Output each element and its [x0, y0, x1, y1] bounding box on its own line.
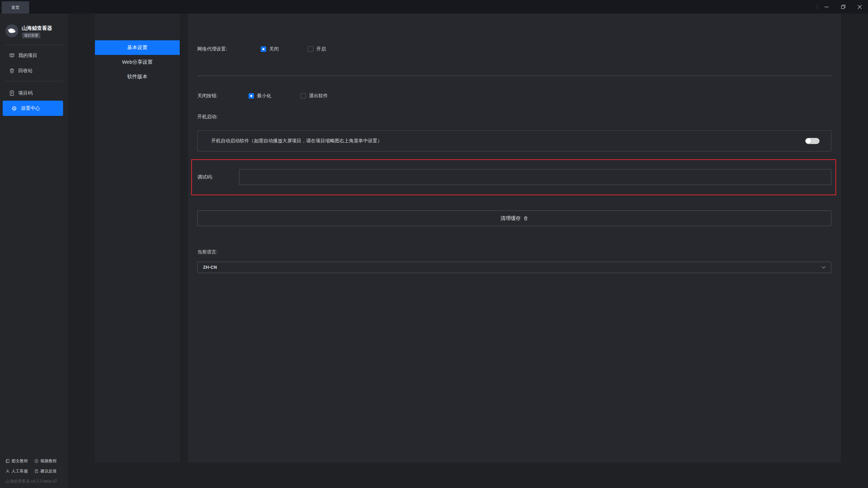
link-customer-service[interactable]: 人工客服 [5, 468, 34, 474]
close-option-exit[interactable]: 退出软件 [300, 93, 328, 99]
debug-code-label: 调试码: [197, 160, 213, 195]
close-button[interactable] [851, 0, 868, 14]
whale-icon [7, 26, 16, 35]
sidebar-item-label: 项目码 [18, 90, 33, 96]
option-label: 关闭 [269, 46, 279, 52]
restore-button[interactable] [835, 0, 851, 14]
clear-cache-button[interactable]: 清理缓存 [197, 210, 831, 226]
link-label: 视频教程 [40, 458, 57, 464]
window-controls [817, 0, 868, 14]
feedback-icon [34, 469, 39, 473]
sidebar-item-project-code[interactable]: 项目码 [0, 88, 68, 98]
sidebar-item-my-projects[interactable]: 我的项目 [0, 51, 68, 60]
language-label: 当前语言: [197, 249, 218, 255]
proxy-option-on[interactable]: 开启 [308, 46, 326, 52]
clear-cache-label: 清理缓存 [500, 215, 521, 222]
tab-software-version[interactable]: 软件版本 [95, 69, 180, 84]
project-code-icon [9, 90, 15, 96]
link-text-tutorial[interactable]: 图文教程 [5, 458, 34, 464]
network-proxy-label: 网络代理设置: [197, 46, 261, 52]
sidebar-item-label: 我的项目 [18, 53, 37, 59]
checkbox-checked-icon[interactable] [261, 46, 266, 52]
link-label: 建议反馈 [40, 468, 57, 474]
startup-label: 开机启动: [197, 114, 218, 120]
sidebar-item-recycle-bin[interactable]: 回收站 [0, 66, 68, 76]
window-controls-divider [817, 4, 817, 9]
link-feedback[interactable]: 建议反馈 [34, 468, 63, 474]
tab-label: 基本设置 [127, 44, 147, 51]
startup-description: 开机自动启动软件（如需自动播放大屏项目，请在项目缩略图右上角菜单中设置） [211, 138, 382, 144]
option-label: 最小化 [257, 93, 271, 99]
settings-main-panel: 网络代理设置: 关闭 开启 关闭按钮: 最小化 退出软件 开机启动: 开机自动启… [188, 14, 841, 463]
sidebar: 山海鲸查看器 项目部署 我的项目 回收站 项目码 [0, 14, 68, 488]
debug-code-input[interactable] [239, 169, 831, 185]
language-select[interactable]: ZH-CN [197, 262, 831, 273]
app-logo [5, 24, 18, 37]
app-name: 山海鲸查看器 [22, 25, 52, 32]
checkbox-unchecked-icon[interactable] [300, 93, 306, 99]
checkbox-unchecked-icon[interactable] [308, 46, 313, 52]
gear-icon [11, 105, 17, 111]
tab-label: 软件版本 [127, 74, 147, 80]
link-video-tutorial[interactable]: 视频教程 [34, 458, 63, 464]
minimize-icon [824, 4, 829, 9]
language-selected-value: ZH-CN [203, 265, 217, 270]
tab-label: Web分享设置 [122, 59, 153, 65]
settings-nav: 基本设置 Web分享设置 软件版本 [95, 14, 180, 463]
minimize-button[interactable] [818, 0, 835, 14]
chevron-down-icon [822, 266, 826, 269]
sidebar-item-label: 回收站 [18, 68, 33, 74]
person-icon [5, 469, 10, 473]
app-version: 山海鲸查看器 v4.2.0-beta.47 [5, 479, 63, 484]
option-label: 退出软件 [309, 93, 328, 99]
close-option-minimize[interactable]: 最小化 [249, 93, 271, 99]
app-badge: 项目部署 [22, 33, 40, 38]
sidebar-divider [5, 45, 63, 45]
option-label: 开启 [316, 46, 326, 52]
checkbox-checked-icon[interactable] [249, 93, 254, 99]
close-button-row: 关闭按钮: 最小化 退出软件 [197, 92, 328, 100]
tab-basic-settings[interactable]: 基本设置 [95, 40, 180, 55]
play-circle-icon [34, 459, 39, 463]
section-divider [197, 76, 831, 76]
link-label: 图文教程 [12, 458, 28, 464]
trash-icon [9, 68, 15, 74]
sidebar-item-settings-center[interactable]: 设置中心 [3, 101, 63, 116]
tab-home[interactable]: 首页 [2, 1, 29, 14]
startup-row: 开机自动启动软件（如需自动播放大屏项目，请在项目缩略图右上角菜单中设置） [197, 130, 831, 151]
trash-icon [523, 216, 528, 221]
titlebar: 首页 [0, 0, 868, 14]
sidebar-divider [5, 81, 63, 81]
book-icon [5, 459, 10, 463]
sidebar-footer: 图文教程 视频教程 人工客服 [5, 458, 63, 484]
tab-home-label: 首页 [12, 5, 20, 11]
close-button-label: 关闭按钮: [197, 93, 249, 99]
proxy-option-off[interactable]: 关闭 [261, 46, 279, 52]
startup-toggle[interactable] [805, 138, 820, 144]
projects-board-icon [9, 53, 15, 59]
restore-icon [841, 4, 846, 9]
close-icon [857, 5, 862, 9]
debug-code-highlight: 调试码: [191, 159, 836, 195]
sidebar-item-label: 设置中心 [21, 105, 40, 111]
link-label: 人工客服 [12, 468, 28, 474]
network-proxy-row: 网络代理设置: 关闭 开启 [197, 45, 326, 53]
tab-web-share-settings[interactable]: Web分享设置 [95, 55, 180, 69]
